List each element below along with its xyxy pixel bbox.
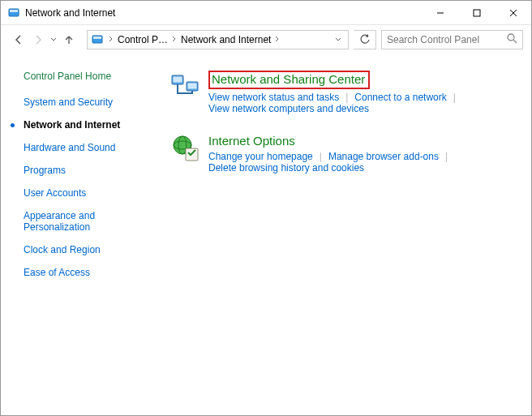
breadcrumb-item[interactable]: Network and Internet xyxy=(178,34,273,45)
main-panel: Network and Sharing Center View network … xyxy=(171,71,531,415)
internet-options-icon xyxy=(171,134,200,163)
chevron-right-icon[interactable] xyxy=(107,36,115,44)
minimize-button[interactable] xyxy=(422,2,458,24)
svg-rect-13 xyxy=(188,84,197,89)
control-panel-icon xyxy=(91,33,104,46)
sidebar-item-user-accounts[interactable]: User Accounts xyxy=(24,187,171,199)
refresh-button[interactable] xyxy=(354,30,376,49)
content-area: Control Panel Home System and Security N… xyxy=(1,54,531,415)
separator: | xyxy=(447,92,462,103)
category-internet-options: Internet Options Change your homepage | … xyxy=(171,134,515,174)
window-controls xyxy=(422,2,531,24)
highlight-box: Network and Sharing Center xyxy=(208,71,370,89)
task-manage-addons[interactable]: Manage browser add-ons xyxy=(328,151,439,162)
search-placeholder: Search Control Panel xyxy=(387,34,507,45)
chevron-right-icon[interactable] xyxy=(273,36,281,44)
sidebar-item-network-internet[interactable]: Network and Internet xyxy=(24,119,171,131)
sidebar-item-programs[interactable]: Programs xyxy=(24,165,171,176)
sidebar-home[interactable]: Control Panel Home xyxy=(24,71,171,82)
chevron-right-icon[interactable] xyxy=(170,36,178,44)
svg-rect-3 xyxy=(474,10,480,16)
svg-rect-7 xyxy=(93,36,101,39)
sidebar-item-clock-region[interactable]: Clock and Region xyxy=(24,244,171,255)
category-title-network-sharing[interactable]: Network and Sharing Center xyxy=(212,72,365,86)
separator: | xyxy=(313,151,328,162)
sidebar-item-appearance[interactable]: Appearance and Personalization xyxy=(24,210,129,233)
address-dropdown[interactable] xyxy=(332,36,345,44)
task-delete-browsing-history[interactable]: Delete browsing history and cookies xyxy=(208,162,364,174)
svg-point-8 xyxy=(508,34,514,41)
task-change-homepage[interactable]: Change your homepage xyxy=(208,151,313,162)
task-connect-to-network[interactable]: Connect to a network xyxy=(354,92,446,103)
recent-locations-dropdown[interactable] xyxy=(48,37,59,42)
maximize-button[interactable] xyxy=(458,2,495,24)
back-button[interactable] xyxy=(9,30,28,49)
address-bar[interactable]: Control P… Network and Internet xyxy=(87,30,349,49)
navigation-bar: Control P… Network and Internet Search C… xyxy=(1,25,531,54)
control-panel-icon xyxy=(7,6,20,19)
up-button[interactable] xyxy=(59,30,79,49)
sidebar-item-system-security[interactable]: System and Security xyxy=(24,96,171,108)
separator: | xyxy=(339,92,354,103)
window-titlebar: Network and Internet xyxy=(1,1,531,25)
close-button[interactable] xyxy=(495,2,531,24)
task-view-network-computers[interactable]: View network computers and devices xyxy=(208,103,369,114)
forward-button[interactable] xyxy=(28,30,48,49)
category-network-sharing: Network and Sharing Center View network … xyxy=(171,71,515,114)
sidebar: Control Panel Home System and Security N… xyxy=(1,71,171,415)
breadcrumb-item[interactable]: Control P… xyxy=(115,34,170,45)
separator: | xyxy=(439,151,454,162)
window-title: Network and Internet xyxy=(25,7,115,19)
svg-rect-1 xyxy=(10,10,18,12)
sidebar-item-hardware-sound[interactable]: Hardware and Sound xyxy=(24,142,171,153)
svg-line-9 xyxy=(513,40,517,43)
search-input[interactable]: Search Control Panel xyxy=(381,30,523,49)
network-icon xyxy=(171,71,200,100)
sidebar-item-ease-of-access[interactable]: Ease of Access xyxy=(24,267,171,278)
task-view-network-status[interactable]: View network status and tasks xyxy=(208,92,339,103)
search-icon xyxy=(507,33,517,46)
svg-rect-11 xyxy=(174,77,182,83)
category-title-internet-options[interactable]: Internet Options xyxy=(208,134,295,148)
